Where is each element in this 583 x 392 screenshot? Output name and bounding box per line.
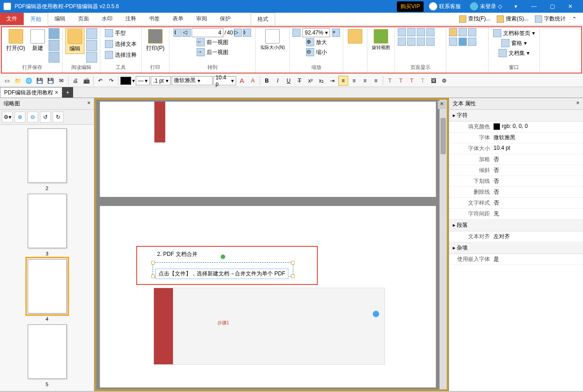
- shrink-font-icon[interactable]: A: [248, 76, 258, 86]
- subscript-icon[interactable]: x₂: [316, 76, 326, 86]
- doc-tabs-button[interactable]: 文档标签页▾: [491, 28, 537, 38]
- f-saveas-icon[interactable]: 💾: [45, 76, 55, 86]
- g4-icon[interactable]: [449, 38, 457, 46]
- new-button[interactable]: 新建: [29, 28, 47, 53]
- indent-icon[interactable]: ⇥: [327, 76, 337, 86]
- save3-icon[interactable]: [49, 52, 59, 63]
- f-print-icon[interactable]: 🖨: [70, 76, 80, 86]
- prop-fontsize[interactable]: 10.4 pt: [494, 145, 579, 152]
- pd8-icon[interactable]: [426, 38, 435, 46]
- menu-file[interactable]: 文件: [0, 13, 24, 25]
- prop-underline[interactable]: 否: [494, 177, 579, 185]
- g2-icon[interactable]: [459, 28, 467, 36]
- zoom-plus-icon[interactable]: +: [332, 29, 340, 37]
- pd7-icon[interactable]: [417, 38, 425, 46]
- resize-handle-sw[interactable]: [151, 274, 155, 278]
- stroke-combo[interactable]: — ▾: [136, 76, 150, 85]
- rotation-handle[interactable]: [221, 255, 225, 259]
- search-button[interactable]: 搜索(S)...: [494, 14, 531, 24]
- thumb-options-icon[interactable]: ⚙▾: [2, 112, 13, 122]
- close-props-icon[interactable]: ×: [576, 100, 579, 108]
- page-body-text[interactable]: 点击【文件】，选择新建文档→合并文件为单个 PDF: [155, 269, 288, 279]
- hand-tool[interactable]: 手型: [103, 28, 138, 38]
- readedit1-icon[interactable]: [86, 28, 97, 39]
- superscript-icon[interactable]: x²: [306, 76, 316, 86]
- font-combo[interactable]: 微软雅黑 ▾: [172, 76, 212, 85]
- thumb-zoomout-icon[interactable]: ⊖: [27, 112, 38, 122]
- t4-icon[interactable]: T: [418, 76, 428, 86]
- prop-embed[interactable]: 是: [494, 255, 579, 263]
- f-open-icon[interactable]: 📁: [13, 76, 23, 86]
- pd6-icon[interactable]: [407, 38, 415, 46]
- maximize-button[interactable]: ▢: [543, 0, 561, 13]
- menu-review[interactable]: 审阅: [190, 13, 213, 25]
- prop-textstyle[interactable]: 否: [494, 199, 579, 207]
- prop-fillcolor[interactable]: rgb: 0, 0, 0: [494, 123, 579, 131]
- align-right-icon[interactable]: ≡: [360, 76, 370, 86]
- prop-bold[interactable]: 否: [494, 156, 579, 163]
- document-tab[interactable]: PDF编辑器使用教程×: [0, 87, 62, 98]
- support-button[interactable]: 联系客服: [425, 1, 464, 12]
- scrollbar-thumb[interactable]: [440, 118, 446, 154]
- zoom-combo[interactable]: 92.47% ▾: [302, 28, 330, 37]
- pd2-icon[interactable]: [407, 28, 415, 36]
- menu-watermark[interactable]: 水印: [95, 13, 119, 25]
- img-icon[interactable]: 🖼: [429, 76, 439, 86]
- t2-icon[interactable]: T: [396, 76, 406, 86]
- docset-button[interactable]: 文档集▾: [497, 48, 531, 58]
- next-view[interactable]: →后一视图: [195, 47, 230, 57]
- page-3-bottom[interactable]: [100, 102, 436, 197]
- find-button[interactable]: 查找(F)...: [456, 14, 493, 24]
- close-tab-icon[interactable]: ×: [55, 89, 58, 96]
- g5-icon[interactable]: [459, 38, 467, 46]
- page-input[interactable]: [192, 28, 223, 37]
- readedit2-icon[interactable]: [86, 40, 97, 51]
- menu-page[interactable]: 页面: [72, 13, 95, 25]
- vertical-scrollbar[interactable]: [440, 100, 447, 389]
- prop-align[interactable]: 左对齐: [494, 233, 579, 240]
- select-text-tool[interactable]: 选择文本: [103, 39, 138, 49]
- align-justify-icon[interactable]: ≡: [371, 76, 381, 86]
- menu-bookmark[interactable]: 书签: [143, 13, 166, 25]
- prop-font[interactable]: 微软雅黑: [494, 134, 579, 142]
- zoom-fit-icon[interactable]: [292, 29, 301, 37]
- save-as-icon[interactable]: [49, 40, 59, 51]
- edit-mode-button[interactable]: 编辑: [65, 28, 84, 54]
- menu-format[interactable]: 格式: [251, 13, 275, 25]
- section-misc[interactable]: ▸ 杂项: [449, 242, 583, 254]
- buy-vip-button[interactable]: 购买VIP: [397, 1, 424, 12]
- wordcount-button[interactable]: 字数统计: [532, 14, 568, 24]
- bold-icon[interactable]: B: [262, 76, 272, 86]
- section-para[interactable]: ▸ 段落: [449, 220, 583, 231]
- options-dropdown[interactable]: ▾: [507, 0, 525, 13]
- add-tab-button[interactable]: +: [62, 87, 73, 98]
- actual-size-button[interactable]: 实际大小(N): [258, 28, 287, 52]
- prop-strike[interactable]: 否: [494, 188, 579, 196]
- close-doc-icon[interactable]: ×: [438, 101, 446, 109]
- thumbnail-page-3[interactable]: [28, 194, 67, 248]
- rotate-button[interactable]: 旋转视图: [370, 28, 392, 52]
- thumb-rotateleft-icon[interactable]: ↺: [40, 112, 51, 122]
- prev-view[interactable]: ←前一视图: [195, 37, 230, 47]
- prev-page-icon[interactable]: ◁: [183, 29, 191, 37]
- resize-handle-nw[interactable]: [151, 261, 155, 265]
- resize-handle-ne[interactable]: [291, 261, 295, 265]
- close-button[interactable]: ✕: [561, 0, 579, 13]
- next-page-icon[interactable]: ▷: [234, 29, 242, 37]
- zoom-out-button[interactable]: ⊖缩小: [304, 47, 329, 57]
- strike-icon[interactable]: T̶: [295, 76, 305, 86]
- zoom-in-button[interactable]: ⊕放大: [304, 37, 329, 47]
- page-4[interactable]: 2. PDF 文档合并 点击【文件】，选择新建文档→合并文件为单个 PDF 步骤…: [100, 206, 436, 387]
- section-char[interactable]: ▸ 字符: [449, 110, 583, 122]
- readedit3-icon[interactable]: [86, 52, 97, 63]
- align-center-icon[interactable]: ≡: [349, 76, 359, 86]
- document-viewport[interactable]: 2. PDF 文档合并 点击【文件】，选择新建文档→合并文件为单个 PDF 步骤…: [94, 98, 449, 391]
- f-undo-icon[interactable]: ↶: [95, 76, 105, 86]
- minimize-button[interactable]: —: [525, 0, 543, 13]
- f-scan-icon[interactable]: 📠: [81, 76, 91, 86]
- fontsize-combo[interactable]: 10.4 p▾: [213, 76, 236, 85]
- loupe-button[interactable]: [346, 28, 364, 44]
- italic-icon[interactable]: I: [273, 76, 283, 86]
- g3-icon[interactable]: [468, 28, 476, 36]
- underline-icon[interactable]: U: [284, 76, 294, 86]
